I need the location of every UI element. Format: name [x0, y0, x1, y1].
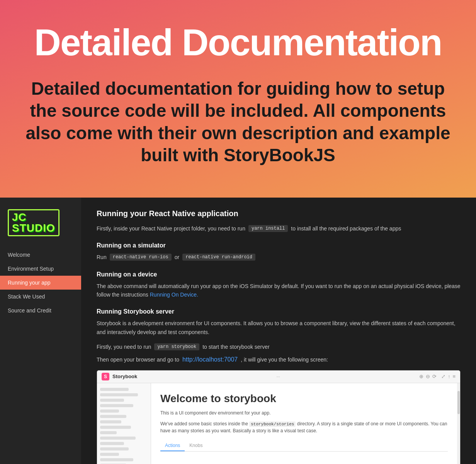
zoom-out-icon: ⊖: [426, 374, 430, 379]
expand-icon: ⤢: [441, 374, 445, 379]
sidebar: JC STUDIO Welcome Environment Setup Runn…: [0, 198, 81, 464]
sidebar-skeleton-7: [100, 420, 121, 423]
storybook-inline-code: storybook/stories: [249, 421, 296, 427]
logo-text: JC STUDIO: [12, 212, 55, 234]
sidebar-skeleton-13: [100, 453, 119, 456]
storybook-run-prefix: Firstly, you need to run: [97, 343, 151, 351]
storybook-open-prefix: Then open your browser and go to: [97, 355, 179, 364]
simulator-code1: react-native run-ios: [110, 254, 172, 261]
device-title: Running on a device: [97, 271, 461, 278]
simulator-line: Run react-native run-ios or react-native…: [97, 253, 461, 261]
refresh-icon: ⟳: [432, 374, 437, 379]
device-text: The above command will automatically run…: [97, 282, 461, 299]
sidebar-skeleton-4: [100, 404, 133, 407]
intro-suffix: to install all the required packages of …: [291, 224, 401, 233]
menu-icon: ≡: [452, 374, 456, 379]
intro-line: Firstly, inside your React Native projec…: [97, 224, 461, 233]
sidebar-skeleton-1: [100, 388, 129, 391]
storybook-tab-knobs[interactable]: Knobs: [185, 440, 207, 451]
storybook-run-line: Firstly, you need to run yarn storybook …: [97, 343, 461, 351]
storybook-tab-actions[interactable]: Actions: [160, 440, 185, 451]
storybook-body: Welcome to storybook This is a UI compon…: [97, 383, 460, 464]
storybook-preview: S Storybook ··· ⊕ ⊖ ⟳ ⤢ ↑ ≡: [97, 370, 461, 464]
sidebar-skeleton-9: [100, 431, 117, 434]
sidebar-skeleton-11: [100, 442, 124, 445]
intro-code: yarn install: [248, 225, 288, 232]
doc-main-title: Running your React Native application: [97, 209, 461, 218]
storybook-tabs: Actions Knobs: [160, 440, 448, 452]
sidebar-skeleton-14: [100, 458, 133, 461]
sidebar-skeleton-12: [100, 447, 129, 450]
storybook-open-link[interactable]: http://localhost:7007: [182, 356, 238, 363]
sidebar-item-welcome[interactable]: Welcome: [0, 248, 81, 262]
sidebar-nav: Welcome Environment Setup Running your a…: [0, 248, 81, 317]
sidebar-item-stack[interactable]: Stack We Used: [0, 290, 81, 304]
sidebar-item-environment[interactable]: Environment Setup: [0, 262, 81, 276]
storybook-run-code: yarn storybook: [154, 343, 199, 350]
intro-text: Firstly, inside your React Native projec…: [97, 224, 245, 233]
storybook-logo-area: S Storybook: [102, 373, 137, 380]
storybook-sidebar: [97, 383, 151, 464]
storybook-welcome-text2: We've added some basic stories inside th…: [160, 420, 448, 435]
hero-title: Detailed Documentation: [15, 23, 461, 62]
simulator-code2: react-native run-android: [182, 254, 255, 261]
storybook-scrollbar-thumb: [457, 391, 460, 414]
sidebar-skeleton-2: [100, 393, 138, 396]
storybook-scrollbar: [457, 383, 460, 464]
share-icon: ↑: [448, 374, 450, 379]
sidebar-skeleton-5: [100, 409, 119, 413]
main-content: Running your React Native application Fi…: [81, 198, 476, 464]
storybook-welcome-text1: This is a UI component dev environment f…: [160, 409, 448, 416]
sidebar-skeleton-8: [100, 426, 131, 429]
sidebar-skeleton-6: [100, 415, 126, 418]
storybook-open-suffix: , it will give you the following screen:: [241, 355, 328, 364]
simulator-title: Running on a simulator: [97, 242, 461, 249]
sidebar-skeleton-10: [100, 437, 136, 440]
sidebar-logo: JC STUDIO: [0, 205, 81, 248]
storybook-open-line: Then open your browser and go to http://…: [97, 355, 461, 364]
hero-section: Detailed Documentation Detailed document…: [0, 0, 476, 198]
storybook-logo-icon: S: [102, 373, 109, 380]
storybook-window-controls: ⊕ ⊖ ⟳ ⤢ ↑ ≡: [419, 374, 456, 379]
zoom-icon: ⊕: [419, 374, 423, 379]
storybook-main-area: Welcome to storybook This is a UI compon…: [151, 383, 457, 464]
storybook-toolbar-icons: ···: [277, 374, 280, 379]
simulator-or: or: [175, 253, 179, 261]
storybook-toolbar: S Storybook ··· ⊕ ⊖ ⟳ ⤢ ↑ ≡: [97, 370, 460, 383]
storybook-description: Storybook is a development environment f…: [97, 319, 461, 336]
sidebar-item-source[interactable]: Source and Credit: [0, 304, 81, 317]
storybook-run-suffix: to start the storybook server: [202, 343, 270, 351]
sidebar-item-running[interactable]: Running your app: [0, 276, 81, 290]
simulator-prefix: Run: [97, 253, 107, 261]
storybook-welcome-title: Welcome to storybook: [160, 392, 448, 405]
hero-subtitle: Detailed documentation for guiding how t…: [26, 78, 450, 167]
device-link[interactable]: Running On Device.: [150, 292, 198, 298]
toolbar-icon-dots: ···: [277, 374, 280, 379]
sidebar-skeleton-3: [100, 399, 124, 402]
storybook-title: Running Storybook server: [97, 308, 461, 315]
storybook-app-name: Storybook: [112, 374, 137, 379]
doc-section: JC STUDIO Welcome Environment Setup Runn…: [0, 198, 476, 464]
